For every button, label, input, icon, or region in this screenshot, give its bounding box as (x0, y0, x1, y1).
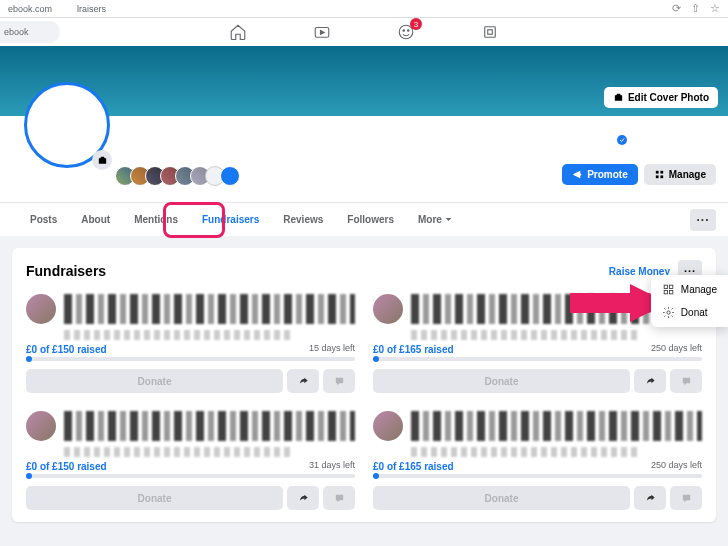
share-button[interactable] (634, 369, 666, 393)
fundraiser-progress (26, 474, 355, 478)
donate-button[interactable]: Donate (26, 486, 283, 510)
tab-about[interactable]: About (69, 206, 122, 233)
svg-rect-15 (664, 291, 667, 294)
url-right: lraisers (77, 4, 106, 14)
svg-rect-13 (664, 285, 667, 288)
donate-button[interactable]: Donate (373, 369, 630, 393)
cover-photo: Edit Cover Photo (0, 46, 728, 116)
svg-rect-11 (656, 175, 659, 178)
fundraiser-avatar[interactable] (26, 294, 56, 324)
tab-reviews[interactable]: Reviews (271, 206, 335, 233)
chevron-down-icon (445, 216, 452, 223)
tab-fundraisers[interactable]: Fundraisers (190, 206, 271, 233)
svg-rect-12 (660, 175, 663, 178)
svg-rect-9 (656, 171, 659, 174)
marketplace-icon[interactable]: 3 (394, 20, 418, 44)
avatar (220, 166, 240, 186)
change-photo-button[interactable] (92, 150, 112, 170)
message-button[interactable] (323, 486, 355, 510)
browser-bookmark-icon[interactable]: ☆ (710, 2, 720, 15)
svg-rect-5 (488, 30, 493, 35)
verified-badge-icon (616, 134, 628, 146)
gaming-icon[interactable] (478, 20, 502, 44)
fundraisers-card: Fundraisers Raise Money ··· £0 of £150 r… (12, 248, 716, 522)
fb-top-header: ebook 3 (0, 18, 728, 46)
svg-rect-10 (660, 171, 663, 174)
share-button[interactable] (634, 486, 666, 510)
tab-posts[interactable]: Posts (18, 206, 69, 233)
share-button[interactable] (287, 369, 319, 393)
tab-mentions[interactable]: Mentions (122, 206, 190, 233)
manage-icon (662, 283, 675, 296)
fundraiser-avatar[interactable] (373, 294, 403, 324)
fundraiser-progress (373, 357, 702, 361)
fundraiser-subtitle (411, 330, 641, 340)
svg-point-17 (667, 311, 670, 314)
url-left: ebook.com (8, 4, 52, 14)
fundraiser-avatar[interactable] (373, 411, 403, 441)
fundraiser-progress (26, 357, 355, 361)
manage-button[interactable]: Manage (644, 164, 716, 185)
menu-donate[interactable]: Donat (654, 301, 725, 324)
section-title: Fundraisers (26, 263, 106, 279)
browser-share-icon[interactable]: ⇧ (691, 2, 700, 15)
svg-point-2 (403, 30, 405, 32)
fundraiser-title[interactable] (411, 411, 702, 441)
home-icon[interactable] (226, 20, 250, 44)
fundraiser-subtitle (64, 330, 294, 340)
svg-rect-14 (669, 285, 672, 288)
fundraiser-avatar[interactable] (26, 411, 56, 441)
svg-rect-16 (669, 291, 672, 294)
donate-button[interactable]: Donate (373, 486, 630, 510)
fundraiser-subtitle (64, 447, 294, 457)
tab-more[interactable]: More (406, 206, 464, 233)
fundraiser-menu-popup: Manage Donat (651, 275, 728, 327)
promote-button[interactable]: Promote (562, 164, 638, 185)
notification-badge: 3 (410, 18, 422, 30)
browser-refresh-icon[interactable]: ⟳ (672, 2, 681, 15)
browser-address-bar: ebook.com lraisers ⟳ ⇧ ☆ (0, 0, 728, 18)
page-tabs: Posts About Mentions Fundraisers Reviews… (0, 202, 728, 236)
fundraiser-progress (373, 474, 702, 478)
fundraiser-item: £0 of £165 raised 250 days left Donate (373, 411, 702, 510)
svg-point-8 (617, 135, 627, 145)
fundraiser-title[interactable] (64, 411, 355, 441)
tabs-more-button[interactable]: ··· (690, 209, 716, 231)
search-input[interactable]: ebook (0, 21, 60, 43)
edit-cover-button[interactable]: Edit Cover Photo (604, 87, 718, 108)
profile-header: Promote Manage (0, 116, 728, 202)
watch-icon[interactable] (310, 20, 334, 44)
fundraiser-subtitle (411, 447, 641, 457)
message-button[interactable] (670, 369, 702, 393)
gear-icon (662, 306, 675, 319)
share-button[interactable] (287, 486, 319, 510)
svg-rect-4 (485, 27, 496, 38)
fundraiser-title[interactable] (64, 294, 355, 324)
donate-button[interactable]: Donate (26, 369, 283, 393)
fundraiser-item: £0 of £150 raised 31 days left Donate (26, 411, 355, 510)
camera-icon (613, 92, 624, 103)
message-button[interactable] (670, 486, 702, 510)
fundraiser-item: £0 of £150 raised 15 days left Donate (26, 294, 355, 393)
svg-point-3 (408, 30, 410, 32)
message-button[interactable] (323, 369, 355, 393)
tab-followers[interactable]: Followers (335, 206, 406, 233)
menu-manage[interactable]: Manage (654, 278, 725, 301)
